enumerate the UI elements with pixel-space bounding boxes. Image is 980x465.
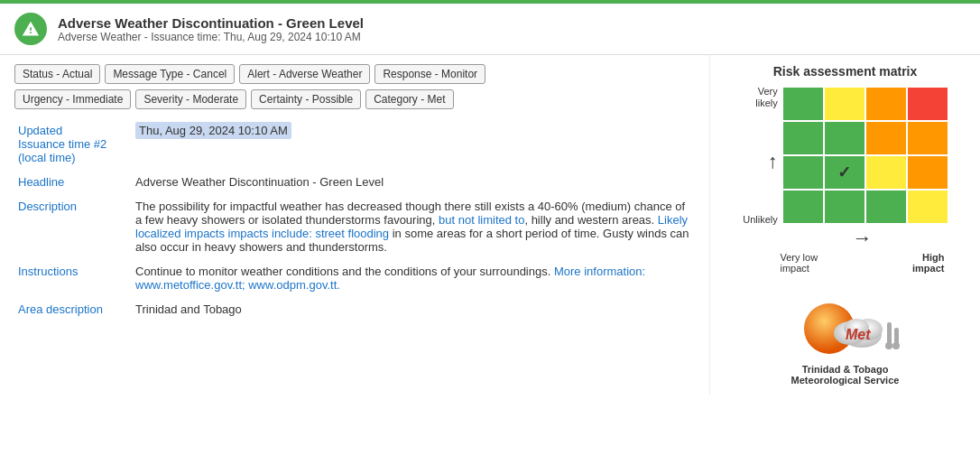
tag-alert: Alert - Adverse Weather (239, 64, 370, 84)
tag-message-type: Message Type - Cancel (105, 64, 235, 84)
x-arrow-icon: → (853, 227, 873, 250)
description-row: Description The possibility for impactfu… (14, 194, 695, 259)
instructions-value: Continue to monitor weather conditions a… (132, 259, 695, 297)
description-label: Description (14, 194, 132, 259)
cell-0-2 (866, 88, 906, 120)
svg-point-9 (892, 342, 900, 349)
issuance-label: UpdatedIssuance time #2(local time) (14, 118, 132, 170)
left-panel: Status - Actual Message Type - Cancel Al… (0, 55, 709, 395)
tag-urgency: Urgency - Immediate (14, 89, 131, 109)
description-value: The possibility for impactful weather ha… (132, 194, 695, 259)
issuance-row: UpdatedIssuance time #2(local time) Thu,… (14, 118, 695, 170)
tags-row: Status - Actual Message Type - Cancel Al… (14, 64, 695, 84)
headline-label: Headline (14, 170, 132, 194)
right-panel: Risk assessment matrix Verylikely ↑ Unli… (709, 55, 980, 395)
cell-2-2 (866, 156, 906, 189)
headline-value: Adverse Weather Discontinuation - Green … (132, 170, 695, 194)
header-subtitle: Adverse Weather - Issuance time: Thu, Au… (58, 31, 364, 43)
cell-2-3 (908, 156, 948, 189)
risk-matrix-title: Risk assessment matrix (725, 64, 966, 79)
tag-category: Category - Met (365, 89, 453, 109)
logo-area: Met Trinidad & Tobago Meteorological Ser… (725, 288, 966, 386)
cell-1-0 (783, 122, 823, 154)
svg-text:Met: Met (846, 327, 871, 342)
y-arrow-icon: ↑ (768, 150, 778, 173)
tag-severity: Severity - Moderate (135, 89, 246, 109)
headline-row: Headline Adverse Weather Discontinuation… (14, 170, 695, 194)
cell-3-2 (866, 191, 906, 223)
info-table: UpdatedIssuance time #2(local time) Thu,… (14, 118, 695, 321)
header-title: Adverse Weather Discontinuation - Green … (58, 15, 364, 31)
cell-2-1: ✓ (825, 156, 864, 189)
instructions-label: Instructions (14, 259, 132, 297)
svg-point-8 (885, 342, 892, 349)
issuance-value: Thu, Aug 29, 2024 10:10 AM (132, 118, 695, 170)
tags-row-2: Urgency - Immediate Severity - Moderate … (14, 89, 695, 109)
x-label-left: Very lowimpact (781, 252, 818, 274)
cell-3-1 (825, 191, 864, 223)
cell-1-2 (866, 122, 906, 154)
cell-0-1 (825, 88, 864, 120)
tag-status: Status - Actual (14, 64, 100, 84)
area-row: Area description Trinidad and Tobago (14, 297, 695, 321)
top-bar: Adverse Weather Discontinuation - Green … (0, 0, 980, 55)
y-label-bottom: Unlikely (743, 214, 778, 225)
y-label-top: Verylikely (755, 86, 777, 109)
cell-1-3 (908, 122, 948, 154)
logo-text: Trinidad & Tobago Meteorological Service (791, 364, 900, 386)
cell-2-0 (783, 156, 823, 189)
area-value: Trinidad and Tobago (132, 297, 695, 321)
tag-response: Response - Monitor (374, 64, 485, 84)
risk-matrix-grid: ✓ (783, 88, 948, 223)
logo-image: Met (782, 288, 909, 360)
tag-certainty: Certainty - Possible (251, 89, 361, 109)
cell-1-1 (825, 122, 864, 154)
x-label-right: Highimpact (912, 252, 944, 274)
cell-3-3 (908, 191, 948, 223)
cell-0-3 (908, 88, 948, 120)
instructions-row: Instructions Continue to monitor weather… (14, 259, 695, 297)
area-label: Area description (14, 297, 132, 321)
cell-0-0 (783, 88, 823, 120)
alert-icon (14, 13, 47, 45)
cell-3-0 (783, 191, 823, 223)
